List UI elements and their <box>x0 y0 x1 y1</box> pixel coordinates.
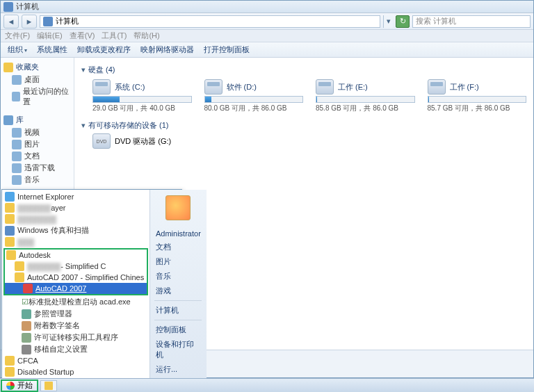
app-icon <box>5 214 15 224</box>
category-disks[interactable]: ▾硬盘 (4) <box>81 65 526 75</box>
sidebar-favorites-head[interactable]: 收藏夹 <box>1 60 74 74</box>
user-avatar[interactable] <box>165 195 191 220</box>
drive-f[interactable]: 工作 (F:) 85.7 GB 可用，共 86.0 GB <box>428 79 527 113</box>
taskbar: 开始 <box>0 378 534 392</box>
menu-bar: 文件(F) 编辑(E) 查看(V) 工具(T) 帮助(H) <box>1 30 533 42</box>
program-blur2[interactable]: ▓▓▓ <box>3 236 148 247</box>
usage-bar <box>428 96 527 103</box>
map-netdrive-button[interactable]: 映射网络驱动器 <box>140 44 194 55</box>
folder-acad2007[interactable]: AutoCAD 2007 - Simplified Chines <box>5 272 147 283</box>
uninstall-button[interactable]: 卸载或更改程序 <box>77 44 131 55</box>
separator <box>154 320 202 320</box>
program-refmgr[interactable]: 参照管理器 <box>3 308 148 320</box>
hdd-icon <box>92 79 111 95</box>
autodesk-highlight: Autodesk ▓▓▓▓▓▓- Simplified C AutoCAD 20… <box>3 248 148 295</box>
drive-info: 80.0 GB 可用，共 86.0 GB <box>204 104 304 113</box>
start-button[interactable]: 开始 <box>1 379 38 392</box>
music-link[interactable]: 音乐 <box>150 269 207 284</box>
folder-disabled[interactable]: Disabled Startup <box>3 366 148 377</box>
usage-bar <box>204 96 304 103</box>
hdd-icon <box>428 79 446 95</box>
start-menu-right: Administrator 文档 图片 音乐 游戏 计算机 控制面板 设备和打印… <box>149 190 207 392</box>
windows-orb-icon <box>6 382 15 390</box>
sidebar-item-video[interactable]: 视频 <box>1 126 74 138</box>
sidebar-item-pictures[interactable]: 图片 <box>1 138 74 150</box>
address-path: 计算机 <box>56 16 79 26</box>
user-name-link[interactable]: Administrator <box>150 227 207 240</box>
explorer-icon <box>44 382 53 390</box>
program-fax[interactable]: Windows 传真和扫描 <box>3 224 148 236</box>
usage-bar <box>92 96 192 103</box>
docs-link[interactable]: 文档 <box>150 240 207 254</box>
fax-icon <box>5 226 15 236</box>
devices-link[interactable]: 设备和打印机 <box>150 337 207 362</box>
sidebar-item-docs[interactable]: 文档 <box>1 150 74 162</box>
drive-info: 85.7 GB 可用，共 86.0 GB <box>428 104 527 113</box>
start-label: 开始 <box>17 380 33 391</box>
search-box[interactable]: 搜索 计算机 <box>412 15 531 28</box>
menu-help[interactable]: 帮助(H) <box>134 31 159 41</box>
menu-edit[interactable]: 编辑(E) <box>37 31 63 41</box>
menu-tools[interactable]: 工具(T) <box>102 31 127 41</box>
app-icon <box>5 203 15 213</box>
computer-icon <box>43 17 53 26</box>
hdd-icon <box>204 79 222 95</box>
taskbar-item-explorer[interactable] <box>40 380 57 391</box>
folder-autodesk[interactable]: Autodesk <box>5 250 147 261</box>
sidebar-item-recent[interactable]: 最近访问的位置 <box>1 85 74 108</box>
refresh-button[interactable]: ↻ <box>396 15 410 28</box>
open-cpanel-button[interactable]: 打开控制面板 <box>204 44 250 55</box>
program-acadrun[interactable]: 标准批处理检查启动 acad.exe <box>3 296 148 308</box>
drive-info: 29.0 GB 可用，共 40.0 GB <box>92 104 192 113</box>
search-placeholder: 搜索 计算机 <box>416 16 456 26</box>
address-field[interactable]: 计算机 <box>40 15 380 28</box>
sidebar-item-desktop[interactable]: 桌面 <box>1 74 74 85</box>
program-digisig[interactable]: 附着数字签名 <box>3 320 148 332</box>
computer-link[interactable]: 计算机 <box>150 303 207 318</box>
cpanel-link[interactable]: 控制面板 <box>150 322 207 337</box>
forward-button[interactable]: ► <box>22 15 37 28</box>
drives-row: 系统 (C:) 29.0 GB 可用，共 40.0 GB 软件 (D:) 80.… <box>92 79 526 113</box>
menu-view[interactable]: 查看(V) <box>70 31 95 41</box>
program-licmig[interactable]: 许可证转移实用工具程序 <box>3 332 148 343</box>
folder-simplified[interactable]: ▓▓▓▓▓▓- Simplified C <box>5 261 147 272</box>
run-link[interactable]: 运行... <box>150 362 207 377</box>
pics-link[interactable]: 图片 <box>150 254 207 269</box>
titlebar[interactable]: 计算机 <box>1 1 533 13</box>
sidebar-item-xunlei[interactable]: 迅雷下载 <box>1 162 74 174</box>
hdd-icon <box>316 79 334 95</box>
dvd-label: DVD 驱动器 (G:) <box>115 136 171 147</box>
program-blur[interactable]: ▓▓▓▓▓▓▓ <box>3 213 148 224</box>
star-icon <box>3 63 13 72</box>
library-icon <box>3 115 13 125</box>
organize-button[interactable]: 组织 <box>8 44 27 55</box>
program-reset[interactable]: 移植自定义设置 <box>3 343 148 355</box>
games-link[interactable]: 游戏 <box>150 284 207 298</box>
program-ie[interactable]: Internet Explorer <box>3 191 148 202</box>
autocad-icon <box>23 284 33 293</box>
start-menu: Internet Explorer ▓▓▓▓▓▓ayer ▓▓▓▓▓▓▓ Win… <box>1 189 182 378</box>
drive-c[interactable]: 系统 (C:) 29.0 GB 可用，共 40.0 GB <box>92 79 192 113</box>
menu-file[interactable]: 文件(F) <box>5 31 30 41</box>
program-acad2007[interactable]: AutoCAD 2007 <box>5 283 147 294</box>
sidebar-libraries-head[interactable]: 库 <box>1 113 74 126</box>
address-dropdown[interactable]: ▾ <box>383 15 393 28</box>
folder-icon <box>5 237 15 247</box>
separator <box>154 300 202 301</box>
system-properties-button[interactable]: 系统属性 <box>37 44 67 55</box>
category-removable[interactable]: ▾有可移动存储的设备 (1) <box>81 120 526 131</box>
settings-icon <box>22 345 31 354</box>
drive-d[interactable]: 软件 (D:) 80.0 GB 可用，共 86.0 GB <box>204 79 304 113</box>
program-player[interactable]: ▓▓▓▓▓▓ayer <box>3 202 148 213</box>
computer-icon <box>3 2 13 12</box>
dvd-drive[interactable]: DVD DVD 驱动器 (G:) <box>92 133 526 149</box>
usage-fill <box>428 97 429 102</box>
usage-fill <box>205 97 212 102</box>
drive-e[interactable]: 工作 (E:) 85.8 GB 可用，共 86.0 GB <box>316 79 415 113</box>
license-icon <box>22 333 31 343</box>
video-icon <box>12 128 22 138</box>
pictures-icon <box>12 140 22 149</box>
folder-cfca[interactable]: CFCA <box>3 355 148 366</box>
sidebar-item-music[interactable]: 音乐 <box>1 174 74 186</box>
back-button[interactable]: ◄ <box>3 15 19 28</box>
